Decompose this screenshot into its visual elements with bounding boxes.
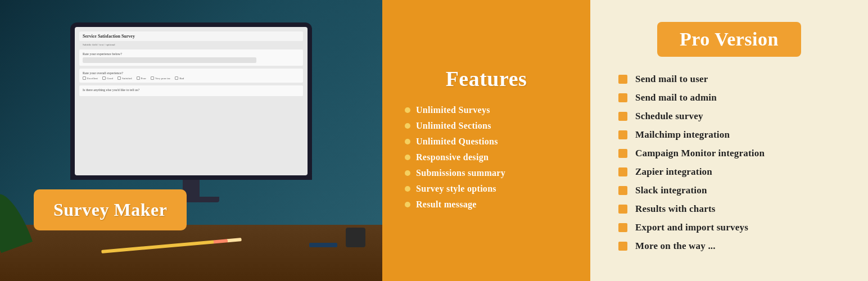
feature-label-3: Responsive design (416, 152, 489, 162)
feature-label-2: Unlimited Questions (416, 137, 498, 147)
pro-dot (618, 205, 627, 214)
pencil (101, 238, 242, 253)
pro-dot (618, 149, 627, 158)
feature-dot (405, 186, 410, 192)
feature-dot (405, 170, 410, 176)
section-title-3: Is there anything else you'd like to tel… (83, 88, 300, 92)
pro-dot (618, 130, 627, 139)
feature-item-0: Unlimited Surveys (405, 105, 568, 115)
input-line-1 (83, 57, 256, 63)
checkbox-row: Excellent Good Satisfied Poor Very poor … (83, 76, 300, 80)
survey-maker-title: Survey Maker (53, 200, 167, 220)
desk-items (309, 228, 365, 247)
checkbox-4: Poor (137, 76, 146, 80)
survey-maker-badge: Survey Maker (34, 189, 187, 230)
pro-item-0: Send mail to user (618, 74, 840, 85)
feature-label-5: Survey style options (416, 184, 496, 194)
survey-title: Service Satisfaction Survey (79, 31, 303, 41)
feature-label-1: Unlimited Sections (416, 121, 491, 131)
pro-item-5: Zapier integration (618, 166, 840, 178)
pro-label-8: Export and import surveys (635, 222, 748, 233)
notebook (309, 243, 337, 247)
feature-dot (405, 139, 410, 144)
feature-dot (405, 202, 410, 207)
pro-dot (618, 93, 627, 102)
pro-item-2: Schedule survey (618, 111, 840, 122)
pro-label-2: Schedule survey (635, 111, 703, 122)
desk (0, 225, 382, 281)
pro-item-3: Mailchimp integration (618, 129, 840, 140)
survey-subtitle: Subtitle field / text / optional (79, 43, 303, 46)
section-title-1: Rate your experience below? (83, 52, 300, 56)
pro-label-0: Send mail to user (635, 74, 708, 85)
feature-item-5: Survey style options (405, 184, 568, 194)
feature-item-3: Responsive design (405, 152, 568, 162)
checkbox-2: Good (102, 76, 113, 80)
plant (0, 191, 34, 247)
middle-panel: Features Unlimited SurveysUnlimited Sect… (382, 0, 590, 281)
pro-item-8: Export and import surveys (618, 222, 840, 233)
pro-item-6: Slack integration (618, 185, 840, 196)
feature-item-1: Unlimited Sections (405, 121, 568, 131)
feature-dot (405, 123, 410, 129)
pro-label-5: Zapier integration (635, 166, 712, 178)
checkbox-5: Very poor inc (151, 76, 170, 80)
feature-label-6: Result message (416, 200, 477, 210)
monitor-screen: Service Satisfaction Survey Subtitle fie… (75, 27, 308, 175)
survey-section-1: Rate your experience below? (79, 49, 303, 66)
section-title-2: Rate your overall experience? (83, 71, 300, 75)
pro-dot (618, 186, 627, 195)
monitor-outer: Service Satisfaction Survey Subtitle fie… (70, 22, 312, 180)
features-title: Features (446, 66, 527, 91)
left-panel: Service Satisfaction Survey Subtitle fie… (0, 0, 382, 281)
feature-label-4: Submissions summary (416, 168, 505, 178)
features-list: Unlimited SurveysUnlimited SectionsUnlim… (405, 105, 568, 215)
pro-dot (618, 75, 627, 84)
feature-dot (405, 155, 410, 160)
feature-label-0: Unlimited Surveys (416, 105, 490, 115)
checkbox-1: Excellent (83, 76, 98, 80)
pro-label-1: Send mail to admin (635, 92, 717, 103)
pro-dot (618, 112, 627, 121)
checkbox-3: Satisfied (117, 76, 132, 80)
pro-label-6: Slack integration (635, 185, 707, 196)
pro-label-9: More on the way ... (635, 241, 716, 252)
pro-title: Pro Version (680, 29, 779, 50)
pro-item-4: Campaign Monitor integration (618, 148, 840, 159)
survey-section-3: Is there anything else you'd like to tel… (79, 85, 303, 96)
pro-label-3: Mailchimp integration (635, 129, 730, 140)
pro-dot (618, 167, 627, 176)
feature-item-2: Unlimited Questions (405, 137, 568, 147)
feature-item-4: Submissions summary (405, 168, 568, 178)
survey-section-2: Rate your overall experience? Excellent … (79, 69, 303, 83)
pro-dot (618, 242, 627, 251)
feature-dot (405, 107, 410, 113)
pro-label-4: Campaign Monitor integration (635, 148, 765, 159)
pro-list: Send mail to userSend mail to adminSched… (618, 74, 840, 259)
clock (346, 228, 365, 247)
right-panel: Pro Version Send mail to userSend mail t… (590, 0, 868, 281)
pro-item-1: Send mail to admin (618, 92, 840, 103)
leaf (0, 189, 33, 253)
pro-dot (618, 223, 627, 232)
pro-label-7: Results with charts (635, 203, 716, 215)
pro-item-7: Results with charts (618, 203, 840, 215)
pro-item-9: More on the way ... (618, 241, 840, 252)
pro-badge: Pro Version (657, 22, 801, 57)
checkbox-6: Bad (175, 76, 184, 80)
feature-item-6: Result message (405, 200, 568, 210)
